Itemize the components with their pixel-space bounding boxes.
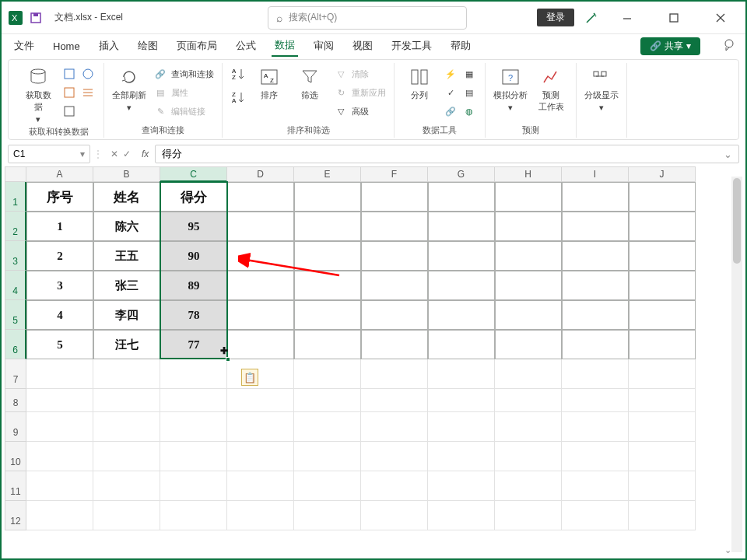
col-header[interactable]: A bbox=[26, 166, 93, 182]
cell[interactable] bbox=[160, 501, 227, 530]
col-header[interactable]: J bbox=[629, 166, 696, 182]
cell[interactable] bbox=[26, 442, 93, 471]
paste-options-tag[interactable]: 📋 bbox=[241, 369, 258, 386]
tab-view[interactable]: 视图 bbox=[349, 36, 376, 56]
recent-sources-icon[interactable] bbox=[80, 85, 96, 100]
cell[interactable] bbox=[26, 359, 93, 389]
data-validation-icon[interactable]: ✓ bbox=[443, 85, 458, 100]
cell[interactable] bbox=[361, 359, 428, 389]
cell[interactable] bbox=[495, 212, 562, 241]
cell[interactable] bbox=[629, 182, 696, 212]
cell[interactable] bbox=[562, 442, 629, 471]
cancel-formula-icon[interactable]: ✕ bbox=[110, 149, 118, 159]
cell[interactable] bbox=[562, 359, 629, 389]
col-header[interactable]: G bbox=[428, 166, 495, 182]
cell[interactable] bbox=[361, 182, 428, 212]
row-header[interactable]: 4 bbox=[5, 271, 26, 300]
cell[interactable] bbox=[26, 412, 93, 442]
cell[interactable] bbox=[361, 412, 428, 442]
cell[interactable] bbox=[227, 442, 294, 471]
cell[interactable] bbox=[495, 241, 562, 271]
name-box[interactable]: C1 ▾ bbox=[8, 145, 90, 163]
select-all-corner[interactable] bbox=[5, 166, 26, 182]
col-header[interactable]: F bbox=[361, 166, 428, 182]
outline-button[interactable]: 分级显示 ▾ bbox=[584, 66, 619, 113]
row-header[interactable]: 1 bbox=[5, 182, 26, 212]
cell[interactable]: 姓名 bbox=[93, 182, 160, 212]
cell[interactable]: 1 bbox=[26, 212, 93, 241]
col-header-selected[interactable]: C bbox=[160, 166, 227, 182]
cell-selected[interactable]: 78 bbox=[160, 300, 227, 330]
existing-conn-icon[interactable] bbox=[61, 103, 77, 119]
worksheet-grid[interactable]: A B C D E F G H I J 1 序号 姓名 得分 2 1 陈六 95… bbox=[5, 166, 742, 530]
cell[interactable] bbox=[160, 471, 227, 501]
cell[interactable] bbox=[227, 501, 294, 530]
cell[interactable] bbox=[428, 182, 495, 212]
cell[interactable] bbox=[562, 471, 629, 501]
cell[interactable] bbox=[160, 389, 227, 412]
filter-button[interactable]: 筛选 bbox=[293, 66, 327, 101]
row-header[interactable]: 7 bbox=[5, 359, 26, 389]
cell-selected[interactable]: 77 bbox=[160, 330, 227, 359]
text-to-columns-button[interactable]: 分列 bbox=[402, 66, 437, 101]
cell[interactable] bbox=[93, 442, 160, 471]
cell[interactable]: 陈六 bbox=[93, 212, 160, 241]
cell[interactable] bbox=[495, 389, 562, 412]
cell[interactable] bbox=[160, 359, 227, 389]
cell-selected[interactable]: 95 bbox=[160, 212, 227, 241]
tab-dev[interactable]: 开发工具 bbox=[388, 36, 435, 56]
cell[interactable] bbox=[294, 412, 361, 442]
cell[interactable] bbox=[294, 442, 361, 471]
cell[interactable] bbox=[629, 471, 696, 501]
filter-advanced-button[interactable]: ▽高级 bbox=[333, 103, 386, 119]
cell[interactable] bbox=[428, 241, 495, 271]
cell[interactable] bbox=[495, 300, 562, 330]
login-button[interactable]: 登录 bbox=[537, 9, 574, 26]
cell[interactable] bbox=[495, 182, 562, 212]
cell[interactable] bbox=[227, 241, 294, 271]
cell[interactable] bbox=[428, 501, 495, 530]
tab-draw[interactable]: 绘图 bbox=[135, 36, 161, 56]
cell[interactable] bbox=[294, 471, 361, 501]
col-header[interactable]: B bbox=[93, 166, 160, 182]
remove-dupes-icon[interactable]: ▦ bbox=[461, 66, 477, 82]
cell[interactable]: 4 bbox=[26, 300, 93, 330]
cell[interactable] bbox=[294, 389, 361, 412]
cell[interactable] bbox=[361, 442, 428, 471]
cell[interactable] bbox=[562, 271, 629, 300]
share-button[interactable]: 🔗 共享 ▾ bbox=[640, 37, 700, 55]
cell[interactable] bbox=[160, 442, 227, 471]
cell[interactable]: 张三 bbox=[93, 271, 160, 300]
tab-review[interactable]: 审阅 bbox=[310, 36, 337, 56]
cell[interactable] bbox=[428, 212, 495, 241]
tab-insert[interactable]: 插入 bbox=[96, 36, 122, 56]
vertical-scrollbar[interactable] bbox=[731, 177, 742, 552]
cell[interactable] bbox=[495, 359, 562, 389]
row-header[interactable]: 6 bbox=[5, 330, 26, 359]
row-header[interactable]: 12 bbox=[5, 501, 26, 530]
cell[interactable] bbox=[562, 412, 629, 442]
cell[interactable] bbox=[629, 300, 696, 330]
cell[interactable] bbox=[629, 241, 696, 271]
cell[interactable] bbox=[629, 389, 696, 412]
cell[interactable] bbox=[629, 501, 696, 530]
cell[interactable]: 序号 bbox=[26, 182, 93, 212]
cell[interactable] bbox=[294, 271, 361, 300]
cell[interactable] bbox=[562, 182, 629, 212]
cell[interactable] bbox=[361, 471, 428, 501]
cell[interactable] bbox=[495, 442, 562, 471]
wand-icon[interactable] bbox=[584, 10, 599, 26]
scrollbar-thumb[interactable] bbox=[733, 178, 741, 264]
selection-handle[interactable] bbox=[226, 357, 230, 362]
save-icon[interactable] bbox=[28, 10, 44, 26]
cell[interactable] bbox=[428, 359, 495, 389]
cell[interactable] bbox=[428, 442, 495, 471]
cell[interactable] bbox=[227, 359, 294, 389]
flash-fill-icon[interactable]: ⚡ bbox=[443, 66, 458, 82]
cell[interactable]: 李四 bbox=[93, 300, 160, 330]
cell[interactable] bbox=[227, 412, 294, 442]
cell[interactable] bbox=[26, 471, 93, 501]
comments-icon[interactable] bbox=[722, 38, 736, 54]
cell[interactable] bbox=[495, 501, 562, 530]
col-header[interactable]: H bbox=[495, 166, 562, 182]
